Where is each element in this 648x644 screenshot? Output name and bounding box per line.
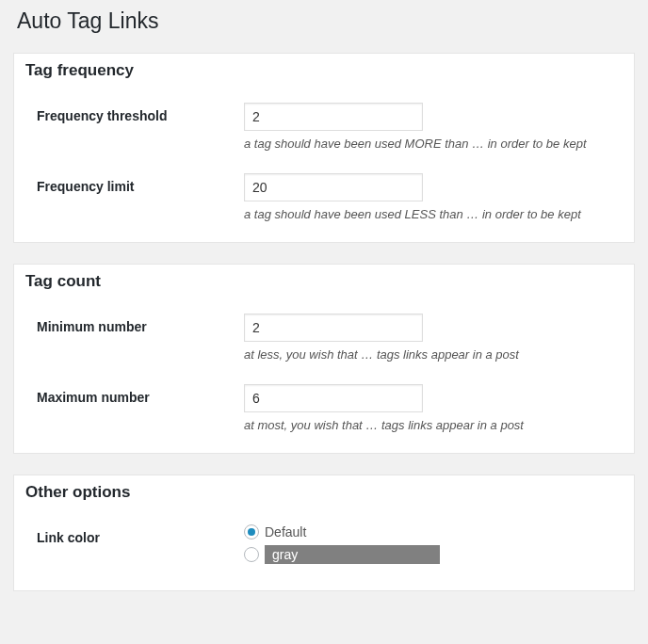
row-minimum-number: Minimum number at less, you wish that … … bbox=[25, 314, 623, 362]
section-tag-frequency: Tag frequency Frequency threshold a tag … bbox=[13, 53, 635, 243]
frequency-threshold-label: Frequency threshold bbox=[37, 103, 244, 123]
frequency-limit-input[interactable] bbox=[244, 173, 423, 201]
maximum-number-input[interactable] bbox=[244, 384, 423, 412]
minimum-number-input[interactable] bbox=[244, 314, 423, 342]
page-title: Auto Tag Links bbox=[0, 0, 648, 53]
minimum-number-label: Minimum number bbox=[37, 314, 244, 334]
link-color-custom-chip[interactable]: gray bbox=[265, 545, 440, 564]
section-heading-tag-count: Tag count bbox=[25, 272, 623, 297]
row-frequency-threshold: Frequency threshold a tag should have be… bbox=[25, 103, 623, 151]
frequency-limit-desc: a tag should have been used LESS than … … bbox=[244, 207, 623, 221]
link-color-radio-custom[interactable] bbox=[244, 547, 259, 562]
section-heading-other-options: Other options bbox=[25, 483, 623, 507]
frequency-threshold-input[interactable] bbox=[244, 103, 423, 131]
maximum-number-label: Maximum number bbox=[37, 384, 244, 405]
section-other-options: Other options Link color Default gray bbox=[13, 475, 635, 591]
frequency-threshold-desc: a tag should have been used MORE than … … bbox=[244, 137, 623, 151]
link-color-label: Link color bbox=[37, 524, 244, 545]
row-frequency-limit: Frequency limit a tag should have been u… bbox=[25, 173, 623, 221]
maximum-number-desc: at most, you wish that … tags links appe… bbox=[244, 418, 623, 432]
row-link-color: Link color Default gray bbox=[25, 524, 623, 570]
row-maximum-number: Maximum number at most, you wish that … … bbox=[25, 384, 623, 432]
section-heading-tag-frequency: Tag frequency bbox=[25, 61, 623, 86]
link-color-option-default[interactable]: Default bbox=[265, 524, 306, 539]
link-color-radio-default[interactable] bbox=[244, 524, 259, 539]
frequency-limit-label: Frequency limit bbox=[37, 173, 244, 194]
section-tag-count: Tag count Minimum number at less, you wi… bbox=[13, 264, 635, 454]
minimum-number-desc: at less, you wish that … tags links appe… bbox=[244, 347, 623, 362]
